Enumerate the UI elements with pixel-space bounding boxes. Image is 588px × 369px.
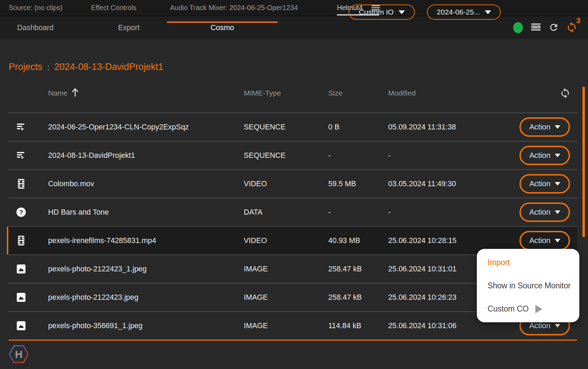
- file-mime-type: VIDEO: [244, 180, 267, 188]
- film-icon: [16, 235, 26, 246]
- breadcrumb: Projects : 2024-08-13-DavidProjekt1: [9, 62, 163, 72]
- row-action-button[interactable]: Action: [519, 146, 570, 165]
- file-mime-type: SEQUENCE: [244, 123, 286, 132]
- file-size: 59.5 MB: [328, 180, 356, 188]
- file-name: HD Bars and Tone: [48, 208, 109, 217]
- svg-text:?: ?: [19, 209, 23, 216]
- file-name: pexels-photo-2122423.jpeg: [48, 293, 139, 302]
- chevron-down-icon: [555, 182, 560, 186]
- file-mime-type: VIDEO: [244, 236, 267, 245]
- file-mime-type: IMAGE: [244, 265, 268, 273]
- file-mime-type: IMAGE: [244, 322, 268, 330]
- refresh-icon[interactable]: [549, 22, 559, 34]
- table-row[interactable]: 2024-08-13-DavidProjekt1SEQUENCE--Action: [8, 141, 577, 169]
- panel-tab-effect-controls[interactable]: Effect Controls: [91, 0, 136, 16]
- file-size: 0 B: [328, 123, 339, 132]
- panel-tab-audio-track-mixer[interactable]: Audio Track Mixer: 2024-06-25-Oper1234: [170, 0, 298, 16]
- column-header-modified[interactable]: Modified: [388, 89, 416, 97]
- menu-item-label: Custom CO: [488, 304, 528, 314]
- scrollbar-thumb[interactable]: [582, 87, 585, 237]
- helmut4-panel: Source: (no clips) Effect Controls Audio…: [0, 0, 588, 369]
- sort-ascending-icon[interactable]: [71, 87, 80, 99]
- table-header: Name MIME-Type Size Modified: [0, 85, 588, 102]
- svg-text:H: H: [15, 349, 23, 360]
- file-modified: 25.06.2024 10:28:15: [388, 236, 456, 245]
- table-refresh-icon[interactable]: [560, 88, 571, 100]
- file-name: 2024-06-25-Oper1234-CLN-Copy2ExpSqz: [48, 123, 189, 132]
- chevron-down-icon: [555, 125, 560, 129]
- file-size: 114.84 kB: [328, 322, 361, 330]
- io-profile-value: Custom IO: [359, 8, 393, 16]
- file-modified: 03.05.2024 11:49:30: [388, 180, 456, 188]
- menu-item-import[interactable]: Import: [477, 251, 579, 274]
- connection-status-icon: [513, 22, 523, 33]
- helmut-toolbar: Dashboard Export Cosmo: [0, 16, 588, 39]
- column-header-size[interactable]: Size: [328, 89, 342, 97]
- file-modified: -: [388, 208, 391, 217]
- file-size: -: [328, 208, 331, 217]
- file-name: pexels-photo-2122423_1.jpeg: [48, 265, 147, 273]
- file-name: pexels-irenefilms-74285831.mp4: [48, 236, 156, 245]
- image-icon: [16, 320, 26, 331]
- action-button-label: Action: [529, 236, 550, 245]
- file-modified: 25.06.2024 10:26:23: [388, 293, 456, 302]
- table-row[interactable]: 2024-06-25-Oper1234-CLN-Copy2ExpSqzSEQUE…: [8, 112, 577, 141]
- action-button-label: Action: [529, 179, 550, 188]
- file-size: -: [328, 151, 331, 160]
- row-action-button[interactable]: Action: [519, 174, 570, 194]
- file-modified: 25.06.2024 10:31:01: [388, 265, 456, 273]
- table-row[interactable]: ?HD Bars and ToneDATA--Action: [8, 198, 577, 226]
- row-action-button[interactable]: Action: [519, 117, 570, 137]
- tab-cosmo[interactable]: Cosmo: [211, 16, 234, 39]
- tab-export[interactable]: Export: [118, 16, 140, 39]
- panel-tab-source[interactable]: Source: (no clips): [9, 0, 63, 16]
- menu-item-label: Import: [488, 258, 510, 267]
- row-action-button[interactable]: Action: [519, 231, 570, 250]
- menu-item-label: Show in Source Monitor: [488, 281, 571, 290]
- menu-item-show-in-source-monitor[interactable]: Show in Source Monitor: [477, 274, 579, 297]
- image-icon: [16, 263, 26, 274]
- column-header-mime[interactable]: MIME-Type: [244, 89, 281, 97]
- file-mime-type: IMAGE: [244, 293, 268, 302]
- action-context-menu: ImportShow in Source MonitorCustom CO: [477, 249, 579, 322]
- project-dropdown-value: 2024-06-25...: [437, 8, 480, 16]
- project-dropdown[interactable]: 2024-06-25...: [427, 4, 501, 20]
- tab-dashboard[interactable]: Dashboard: [17, 16, 53, 39]
- column-header-name[interactable]: Name: [48, 89, 68, 97]
- sync-count-badge: 3: [576, 16, 580, 25]
- file-modified: 05.09.2024 11:31:38: [388, 123, 456, 132]
- help-icon: ?: [16, 207, 26, 218]
- action-button-label: Action: [529, 321, 550, 330]
- file-size: 40.93 MB: [328, 236, 360, 245]
- chevron-down-icon: [555, 239, 560, 242]
- chevron-down-icon: [399, 10, 405, 14]
- file-size: 258.47 kB: [328, 293, 362, 302]
- row-action-button[interactable]: Action: [519, 202, 570, 222]
- breadcrumb-projects[interactable]: Projects: [9, 62, 43, 72]
- sync-jobs-icon[interactable]: [566, 21, 578, 35]
- menu-item-custom-co[interactable]: Custom CO: [477, 297, 579, 321]
- file-mime-type: SEQUENCE: [244, 151, 286, 160]
- table-row[interactable]: Colombo.movVIDEO59.5 MB03.05.2024 11:49:…: [8, 169, 577, 198]
- footer-divider: [9, 340, 577, 341]
- file-mime-type: DATA: [244, 208, 262, 217]
- active-tab-underline: [167, 21, 278, 23]
- film-icon: [16, 178, 26, 189]
- chevron-down-icon: [555, 210, 560, 214]
- file-modified: -: [388, 151, 391, 160]
- file-name: pexels-photo-356691_1.jpeg: [48, 322, 143, 330]
- submenu-arrow-icon: [535, 305, 542, 313]
- file-name: Colombo.mov: [48, 180, 94, 188]
- action-button-label: Action: [529, 151, 550, 160]
- io-profile-dropdown[interactable]: Custom IO: [349, 4, 415, 20]
- file-name: 2024-08-13-DavidProjekt1: [48, 151, 135, 160]
- action-button-label: Action: [529, 208, 550, 217]
- breadcrumb-separator: :: [47, 63, 50, 72]
- chevron-down-icon: [485, 10, 491, 14]
- breadcrumb-current-project[interactable]: 2024-08-13-DavidProjekt1: [54, 62, 163, 72]
- sequence-icon: [16, 122, 26, 133]
- helmut-logo: H: [8, 345, 29, 365]
- streams-menu-icon[interactable]: [531, 24, 541, 31]
- file-size: 258.47 kB: [328, 265, 362, 273]
- chevron-down-icon: [555, 154, 560, 157]
